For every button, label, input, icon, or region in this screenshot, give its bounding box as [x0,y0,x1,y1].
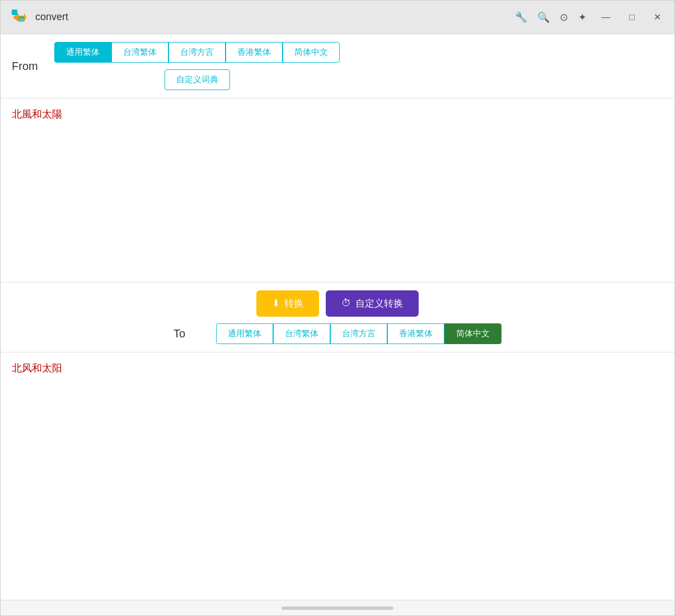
to-tab-taiwan[interactable]: 台湾繁体 [273,323,330,344]
convert-row: ⬇ 转换 ⏱ 自定义转换 [256,290,419,317]
app-window: convert 🔧 🔍 ⊙ ✦ — □ ✕ From 通用繁体 台湾繁体 台湾方… [0,0,675,616]
titlebar-controls: 🔧 🔍 ⊙ ✦ — □ ✕ [515,10,665,25]
maximize-button[interactable]: □ [625,10,639,25]
svg-rect-1 [12,10,17,15]
scrollbar-indicator[interactable] [282,606,393,610]
main-content: From 通用繁体 台湾繁体 台湾方言 香港繁体 简体中文 自定义词典 北風和太… [1,34,674,615]
custom-convert-label: 自定义转换 [355,297,403,310]
minimize-button[interactable]: — [597,10,615,25]
from-tab-taiwan[interactable]: 台湾繁体 [111,42,168,63]
app-title: convert [35,11,68,23]
svg-rect-2 [18,16,24,22]
from-tab-tongyong[interactable]: 通用繁体 [54,42,111,63]
from-header: From 通用繁体 台湾繁体 台湾方言 香港繁体 简体中文 自定义词典 [1,34,674,98]
from-tab-taiwandialect[interactable]: 台湾方言 [168,42,226,63]
from-input[interactable]: 北風和太陽 [1,98,674,282]
custom-dict-button[interactable]: 自定义词典 [165,69,230,90]
to-row: To 通用繁体 台湾繁体 台湾方言 香港繁体 简体中文 [174,323,501,344]
custom-convert-button[interactable]: ⏱ 自定义转换 [326,290,419,317]
convert-button[interactable]: ⬇ 转换 [256,290,319,317]
app-logo [10,7,30,27]
bottom-bar [1,600,674,615]
titlebar-left: convert [10,7,68,27]
custom-convert-icon: ⏱ [341,298,351,309]
close-button[interactable]: ✕ [649,10,665,25]
from-label: From [12,60,45,73]
middle-bar: ⬇ 转换 ⏱ 自定义转换 To 通用繁体 台湾繁体 台湾方言 香港繁体 简体中文 [1,283,674,352]
to-output[interactable]: 北风和太阳 [1,352,674,600]
to-label: To [174,327,207,340]
to-tab-taiwandialect[interactable]: 台湾方言 [330,323,387,344]
to-tab-tongyong[interactable]: 通用繁体 [216,323,273,344]
convert-label: 转换 [284,297,303,310]
to-tab-hongkong[interactable]: 香港繁体 [387,323,444,344]
from-tab-group: 通用繁体 台湾繁体 台湾方言 香港繁体 简体中文 [54,42,340,63]
from-section: From 通用繁体 台湾繁体 台湾方言 香港繁体 简体中文 自定义词典 北風和太… [1,34,674,283]
record-icon[interactable]: ⊙ [560,11,568,23]
zoom-icon[interactable]: 🔍 [537,11,550,23]
pin-icon[interactable]: ✦ [578,11,587,23]
convert-icon: ⬇ [272,298,280,309]
to-section: 北风和太阳 [1,352,674,600]
from-tab-simplified[interactable]: 简体中文 [283,42,340,63]
settings-icon[interactable]: 🔧 [515,11,527,23]
titlebar: convert 🔧 🔍 ⊙ ✦ — □ ✕ [1,1,674,34]
to-tab-simplified[interactable]: 简体中文 [444,323,501,344]
from-tab-hongkong[interactable]: 香港繁体 [226,42,283,63]
to-tab-group: 通用繁体 台湾繁体 台湾方言 香港繁体 简体中文 [216,323,501,344]
